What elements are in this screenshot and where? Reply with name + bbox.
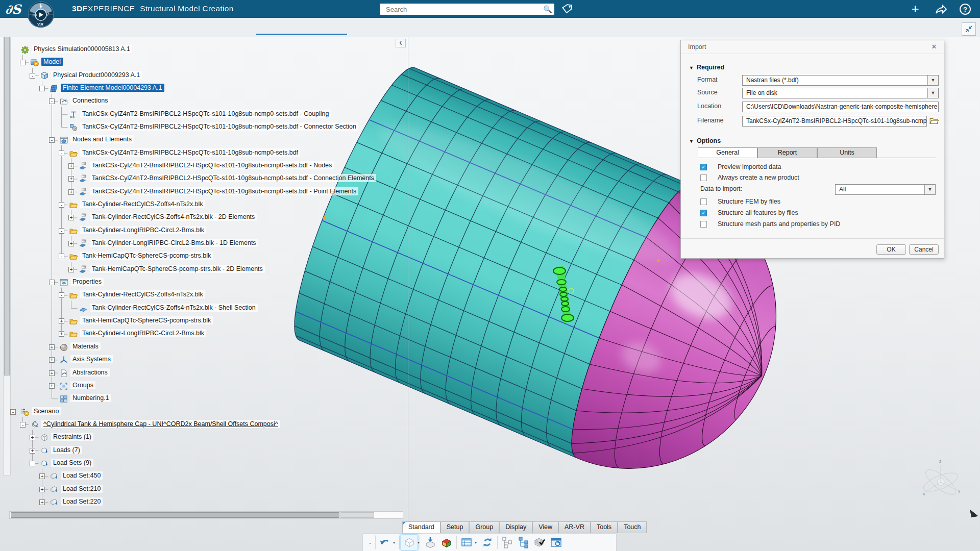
- tree-node-label[interactable]: Restraints (1): [51, 433, 93, 441]
- tree-node-label[interactable]: Loads (7): [51, 446, 82, 454]
- section-collapse-icon[interactable]: ▼: [689, 139, 694, 144]
- tree-expander-minus[interactable]: -: [10, 409, 16, 415]
- tree-node-label[interactable]: Nodes and Elements: [70, 135, 134, 143]
- tree-expander-plus[interactable]: +: [68, 176, 74, 182]
- tree-expander-plus[interactable]: +: [30, 448, 35, 454]
- tree-node-label[interactable]: TankCSx-CylZ4nT2-BmsIRIPBCL2-HSpcQTc-s10…: [80, 110, 331, 118]
- tree-expander-plus[interactable]: +: [68, 267, 74, 272]
- tree-expander-minus[interactable]: -: [39, 86, 45, 91]
- tree-expander-plus[interactable]: +: [49, 370, 55, 376]
- format-field[interactable]: Nastran files (*.bdf)▼: [742, 75, 939, 86]
- tree-expander-plus[interactable]: +: [59, 318, 64, 324]
- mesh-check-icon[interactable]: [532, 535, 548, 550]
- dassault-3ds-logo-icon[interactable]: ∂S: [5, 2, 21, 17]
- tree-node-label[interactable]: Axis Systems: [70, 355, 113, 363]
- dialog-titlebar[interactable]: Import ✕: [681, 40, 944, 54]
- browse-folder-icon[interactable]: [929, 116, 939, 127]
- tree-expander-plus[interactable]: +: [49, 357, 55, 363]
- new-part-icon[interactable]: [401, 535, 418, 550]
- checkbox[interactable]: [700, 174, 707, 181]
- tree-node-label[interactable]: ^Cylindrical Tank & Hemisphere Cap - UNI…: [41, 420, 280, 428]
- help-icon[interactable]: ?: [955, 0, 975, 18]
- panel-splitter[interactable]: [408, 37, 408, 528]
- filename-field[interactable]: TankCSx-CylZ4nT2-BmsIRIPBCL2-HSpcQTc-s10…: [742, 116, 927, 127]
- tree-node-label[interactable]: Model: [41, 58, 63, 66]
- tree-node-label[interactable]: TankCSx-CylZ4nT2-BmsIRIPBCL2-HSpcQTc-s10…: [90, 161, 334, 169]
- 3d-compass-icon[interactable]: 3D i' V.R: [27, 0, 55, 30]
- tree-expander-minus[interactable]: -: [59, 254, 64, 259]
- tree-node-label[interactable]: Materials: [70, 342, 101, 350]
- toolbar-tab-display[interactable]: Display: [499, 521, 532, 533]
- tree-node-label[interactable]: Load Set:220: [61, 497, 103, 506]
- tree-node-label[interactable]: Tank-Cylinder-RectCylCS-Zoffs4-nTs2x.blk…: [90, 304, 258, 312]
- search-icon[interactable]: 🔍: [541, 5, 554, 13]
- search-bar[interactable]: 🔍: [380, 4, 554, 15]
- toolbar-tab-view[interactable]: View: [532, 521, 558, 533]
- source-field[interactable]: File on disk▼: [742, 88, 939, 98]
- tree-node-label[interactable]: Load Set:210: [61, 485, 103, 493]
- collapse-window-icon[interactable]: [962, 22, 976, 36]
- tree-expander-minus[interactable]: -: [59, 202, 64, 208]
- location-field[interactable]: C:\Users\ICD\Downloads\Nastran-generic-t…: [742, 102, 939, 112]
- tree-expander-minus[interactable]: -: [30, 461, 35, 466]
- required-section-header[interactable]: ▼Required: [689, 64, 724, 71]
- tree-expander-plus[interactable]: +: [39, 473, 45, 479]
- tree-node-label[interactable]: Tank-HemiCapQTc-SphereCS-pcomp-strs.blk …: [90, 265, 265, 273]
- checkbox[interactable]: ✓: [700, 164, 707, 170]
- toolbar-tab-touch[interactable]: Touch: [618, 521, 647, 533]
- tree-expander-plus[interactable]: +: [68, 241, 74, 246]
- checkbox[interactable]: [700, 221, 707, 228]
- toolbar-tab-group[interactable]: Group: [469, 521, 499, 533]
- tree-node-label[interactable]: Tank-Cylinder-LongIRIPBC-CircL2-Bms.blk: [80, 329, 206, 337]
- tree-node-label[interactable]: TankCSx-CylZ4nT2-BmsIRIPBCL2-HSpcQTc-s10…: [80, 122, 358, 131]
- checkbox[interactable]: ✓: [700, 210, 707, 216]
- add-content-icon[interactable]: +: [906, 0, 924, 18]
- dropdown-arrow-icon[interactable]: ▼: [927, 88, 938, 98]
- tree-node-label[interactable]: Physical Product00009293 A.1: [51, 71, 142, 79]
- tree-expander-minus[interactable]: -: [59, 151, 64, 156]
- toolbar-tab-setup[interactable]: Setup: [440, 521, 470, 533]
- tree-node-label[interactable]: Tank-Cylinder-RectCylCS-Zoffs4-nTs2x.blk: [80, 200, 205, 208]
- tab-report[interactable]: Report: [757, 147, 817, 158]
- tree-expander-plus[interactable]: +: [39, 487, 45, 492]
- dropdown-arrow-icon[interactable]: ▼: [924, 185, 935, 194]
- data-to-import-select[interactable]: All▼: [835, 184, 936, 195]
- tree-expander-minus[interactable]: -: [49, 280, 55, 285]
- dropdown-caret-icon[interactable]: ▾: [475, 540, 479, 545]
- tree-expander-plus[interactable]: +: [68, 163, 74, 169]
- share-icon[interactable]: [931, 0, 951, 18]
- window-update-icon[interactable]: [548, 535, 565, 550]
- tree-node-label[interactable]: Tank-Cylinder-LongIRIPBC-CircL2-Bms.blk …: [90, 239, 258, 247]
- search-input[interactable]: [380, 6, 541, 13]
- structure-tree-blue-icon[interactable]: [516, 535, 532, 550]
- tree-panel-collapse-icon[interactable]: ❮: [396, 39, 406, 47]
- tree-node-label[interactable]: TankCSx-CylZ4nT2-BmsIRIPBCL2-HSpcQTc-s10…: [90, 174, 376, 182]
- tree-expander-minus[interactable]: -: [59, 228, 64, 234]
- tree-node-label[interactable]: Finite Element Model00004293 A.1: [61, 84, 164, 92]
- tab-units[interactable]: Units: [817, 147, 877, 158]
- tree-node-label[interactable]: Tank-Cylinder-LongIRIPBC-CircL2-Bms.blk: [80, 226, 206, 234]
- tree-node-label[interactable]: TankCSx-CylZ4nT2-BmsIRIPBCL2-HSpcQTc-s10…: [90, 187, 358, 195]
- toolbar-tab-tools[interactable]: Tools: [591, 521, 618, 533]
- tree-expander-plus[interactable]: +: [49, 344, 55, 350]
- tree-expander-plus[interactable]: +: [68, 189, 74, 195]
- scrollbar-segment[interactable]: [340, 512, 374, 518]
- tree-expander-plus[interactable]: +: [68, 215, 74, 220]
- tree-node-label[interactable]: Scenario: [32, 407, 61, 415]
- tree-node-label[interactable]: Tank-Cylinder-RectCylCS-Zoffs4-nTs2x.blk…: [90, 213, 257, 221]
- results-block-icon[interactable]: [438, 535, 455, 550]
- tree-expander-plus[interactable]: +: [49, 383, 55, 389]
- tree-expander-minus[interactable]: -: [49, 98, 55, 104]
- tree-node-label[interactable]: Tank-Cylinder-RectCylCS-Zoffs4-nTs2x.blk: [80, 290, 205, 298]
- table-view-icon[interactable]: [458, 535, 475, 550]
- checkbox[interactable]: [700, 198, 707, 205]
- tree-expander-minus[interactable]: -: [20, 422, 26, 428]
- tree-node-label[interactable]: Load Sets (9): [51, 459, 93, 467]
- tree-expander-minus[interactable]: -: [49, 137, 55, 143]
- tab-general[interactable]: General: [698, 147, 757, 158]
- scrollbar-thumb[interactable]: [11, 512, 339, 518]
- tree-expander-minus[interactable]: -: [59, 292, 64, 298]
- update-refresh-icon[interactable]: [479, 535, 496, 550]
- toolbar-tab-ar-vr[interactable]: AR-VR: [558, 521, 591, 533]
- tree-node-label[interactable]: Physics Simulation000005813 A.1: [32, 45, 132, 53]
